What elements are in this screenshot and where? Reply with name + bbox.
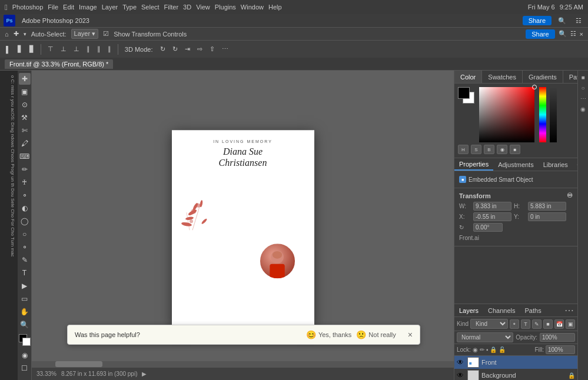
tab-channels[interactable]: Channels — [483, 304, 520, 316]
menu-help[interactable]: Help — [268, 4, 282, 11]
lock-image-icon[interactable]: ✏ — [480, 346, 484, 353]
float-btn-4[interactable]: ◉ — [579, 105, 587, 113]
gradient-tool[interactable]: ◯ — [19, 215, 31, 227]
hand-tool[interactable]: ✋ — [19, 306, 31, 318]
shape-tool[interactable]: ▭ — [19, 293, 31, 305]
quick-select-tool[interactable]: ⚒ — [19, 112, 31, 124]
lasso-tool[interactable]: ⊙ — [19, 99, 31, 111]
y-input[interactable] — [528, 212, 566, 221]
tab-adjustments[interactable]: Adjustments — [493, 158, 539, 171]
layer-item-background[interactable]: 👁 Background 🔒 — [454, 369, 577, 380]
yes-button[interactable]: 😊 Yes, thanks — [306, 330, 351, 339]
float-btn-2[interactable]: ○ — [579, 84, 587, 92]
menu-3d[interactable]: 3D — [183, 4, 191, 11]
no-label[interactable]: Not really — [368, 331, 396, 338]
menu-window[interactable]: Window — [241, 4, 264, 11]
auto-select-dropdown[interactable]: Layer ▾ — [71, 29, 99, 39]
foreground-color-swatch-panel[interactable] — [458, 87, 470, 99]
clone-tool[interactable]: ♰ — [19, 176, 31, 188]
color-option-2[interactable]: S — [471, 145, 481, 154]
brush-tool[interactable]: ✏ — [19, 164, 31, 175]
hue-slider[interactable] — [539, 87, 546, 142]
layer-icon-btn-6[interactable]: ▣ — [566, 319, 575, 329]
distribute-top-btn[interactable]: ⊤ — [45, 44, 56, 54]
path-select-tool[interactable]: ▶ — [19, 280, 31, 292]
tab-paths[interactable]: Paths — [520, 304, 546, 316]
move-tool[interactable]: ✚ — [19, 73, 31, 85]
float-btn-1[interactable]: ■ — [579, 73, 587, 81]
properties-panel-menu[interactable]: ⋯ — [573, 158, 577, 171]
scrollbar-thumb[interactable] — [55, 361, 102, 367]
tab-properties[interactable]: Properties — [454, 158, 493, 171]
zoom-tool[interactable]: 🔍 — [19, 319, 31, 331]
pen-tool[interactable]: ✎ — [19, 254, 31, 266]
eyedropper-tool[interactable]: 🖍 — [19, 138, 31, 149]
x-input[interactable] — [473, 212, 511, 221]
history-tool[interactable]: ⚬ — [19, 189, 31, 201]
width-input[interactable] — [473, 202, 511, 211]
move-tool-icon[interactable]: ✚ — [14, 30, 19, 38]
no-button[interactable]: 🙁 Not really — [356, 330, 396, 339]
color-option-1[interactable]: H — [458, 145, 469, 154]
document-tab[interactable]: Front.tif @ 33.3% (Front, RGB/8) * — [5, 59, 113, 69]
menu-image[interactable]: Image — [79, 4, 97, 11]
share-button[interactable]: Share — [523, 16, 552, 25]
distribute-right-btn[interactable]: ∥ — [105, 44, 114, 54]
menu-select[interactable]: Select — [141, 4, 160, 11]
angle-input[interactable] — [473, 223, 503, 232]
lock-artboard-icon[interactable]: ▪ — [486, 346, 489, 353]
blur-tool[interactable]: ○ — [19, 228, 31, 240]
layer-icon-btn-5[interactable]: 📅 — [554, 319, 564, 329]
lock-all-icon[interactable]: 🔓 — [499, 346, 506, 353]
eraser-tool[interactable]: ◐ — [19, 202, 31, 214]
more-options-btn[interactable]: ⋯ — [220, 44, 231, 54]
close-panel-icon[interactable]: × — [580, 31, 583, 38]
distribute-left-btn[interactable]: ∥ — [84, 44, 92, 54]
show-transform-checkbox[interactable]: ☑ — [103, 30, 109, 38]
menu-plugins[interactable]: Plugins — [215, 4, 236, 11]
eye-icon-front[interactable]: 👁 — [457, 358, 465, 366]
distribute-horiz-btn[interactable]: ∥ — [95, 44, 103, 54]
horizontal-scrollbar[interactable] — [32, 361, 454, 367]
menu-layer[interactable]: Layer — [102, 4, 118, 11]
color-option-5[interactable]: ■ — [510, 145, 520, 154]
close-tooltip-button[interactable]: × — [408, 330, 413, 339]
3d-rotate-btn[interactable]: ↻ — [158, 44, 168, 54]
menu-view[interactable]: View — [196, 4, 210, 11]
eye-icon-bg[interactable]: 👁 — [457, 371, 465, 379]
lock-transparent-icon[interactable]: ◉ — [473, 346, 478, 353]
float-btn-3[interactable]: ⋯ — [579, 94, 587, 102]
dodge-tool[interactable]: ⚬ — [19, 241, 31, 253]
fill-input[interactable] — [546, 345, 575, 354]
tab-gradients[interactable]: Gradients — [523, 71, 563, 83]
foreground-color-swatch[interactable] — [19, 334, 31, 346]
panel-toggle-icon[interactable]: ☷ — [570, 30, 576, 38]
blend-mode-dropdown[interactable]: Normal — [457, 332, 513, 342]
apple-logo-icon[interactable]:  — [5, 3, 8, 12]
3d-pan-btn[interactable]: ⇥ — [182, 44, 192, 54]
align-left-btn[interactable]: ▌ — [4, 45, 13, 54]
tab-layers[interactable]: Layers — [454, 304, 483, 316]
3d-scale-btn[interactable]: ⇧ — [207, 44, 217, 54]
layer-icon-btn-4[interactable]: ■ — [543, 319, 553, 329]
align-right-btn[interactable]: ▊ — [27, 44, 36, 54]
menu-type[interactable]: Type — [122, 4, 137, 11]
text-tool[interactable]: T — [19, 267, 31, 279]
alpha-slider[interactable] — [550, 87, 557, 142]
select-tool[interactable]: ▣ — [19, 86, 31, 98]
layer-icon-btn-2[interactable]: T — [521, 319, 530, 329]
menu-filter[interactable]: Filter — [164, 4, 178, 11]
layers-menu[interactable]: ⋯ — [561, 304, 577, 316]
color-option-3[interactable]: B — [484, 145, 494, 154]
search-icon[interactable]: 🔍 — [555, 16, 569, 26]
share-button-2[interactable]: Share — [526, 29, 554, 39]
canvas-scroll[interactable]: IN LOVING MEMORY Diana Sue Christiansen — [32, 71, 454, 367]
transform-link-icon[interactable]: ♾ — [567, 192, 573, 199]
menu-edit[interactable]: Edit — [63, 4, 74, 11]
layer-icon-btn-3[interactable]: ✎ — [532, 319, 542, 329]
screen-mode-btn[interactable]: ☐ — [19, 362, 31, 374]
distribute-vert-btn[interactable]: ⊥ — [58, 44, 69, 54]
tab-color[interactable]: Color — [454, 71, 482, 83]
layout-icon[interactable]: ☷ — [573, 16, 584, 26]
mask-btn[interactable]: ◉ — [19, 349, 31, 361]
